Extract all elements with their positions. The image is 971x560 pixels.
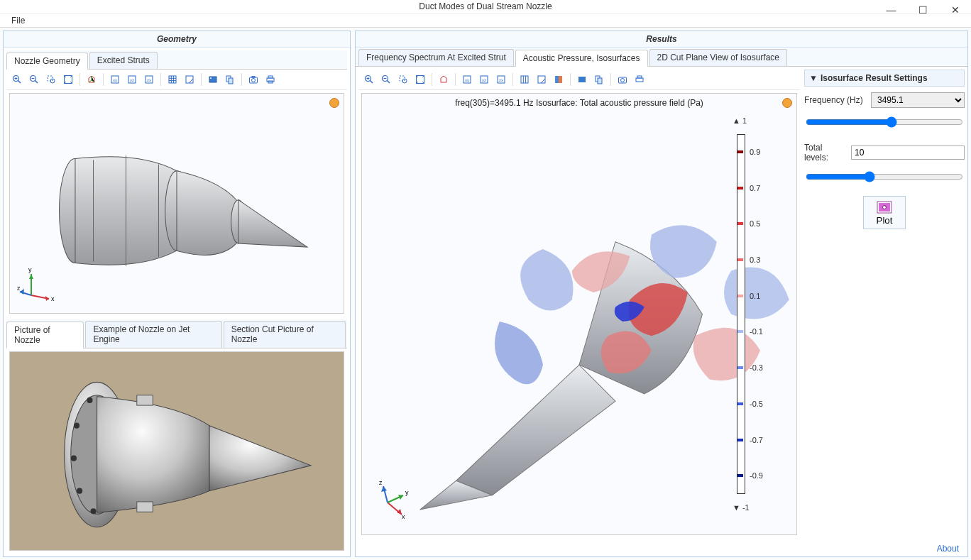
levels-input[interactable] [851,146,965,160]
svg-line-1 [18,80,21,83]
svg-rect-76 [578,77,586,82]
snapshot-icon[interactable] [615,72,630,87]
view-default-icon[interactable] [436,72,451,87]
settings-header[interactable]: ▼ Isosurface Result Settings [804,70,965,87]
svg-rect-82 [637,76,642,78]
tab-excited-struts[interactable]: Excited Struts [89,52,158,69]
footer: About [356,541,967,556]
tab-example-jet[interactable]: Example of Nozzle on Jet Engine [85,321,221,348]
colorbar-tick [737,295,743,297]
colorbar-tick [737,330,743,333]
geometry-panel: Geometry Nozzle Geometry Excited Struts … [3,31,351,557]
svg-rect-7 [48,76,53,81]
view-yz-icon[interactable]: yz [124,72,140,87]
zoom-extents-icon[interactable] [412,72,428,87]
scene-light-icon[interactable] [205,72,221,87]
svg-rect-70 [521,76,528,83]
titlebar: Duct Modes of Dual Stream Nozzle — ☐ ✕ [0,0,971,14]
svg-rect-30 [268,76,273,78]
colorbar-tick [737,187,743,190]
about-link[interactable]: About [937,544,959,554]
snapshot-icon[interactable] [246,72,261,87]
frequency-label: Frequency (Hz) [804,95,868,105]
toggle-transparency-icon[interactable] [534,72,549,87]
menubar: File [0,14,971,28]
picture-subpanel: Picture of Nozzle Example of Nozzle on J… [6,319,347,554]
toggle-grid-icon[interactable] [165,72,180,87]
svg-rect-75 [559,76,562,83]
colorbar-label: -0.7 [750,436,763,444]
tab-nozzle-geometry[interactable]: Nozzle Geometry [6,53,88,70]
close-button[interactable]: ✕ [939,0,971,20]
zoom-box-icon[interactable] [43,72,59,87]
view-zx-icon[interactable]: zx [141,72,157,87]
svg-rect-78 [598,78,602,84]
orthographic-icon[interactable] [551,72,566,87]
colorbar-tick [737,366,743,369]
view-default-icon[interactable] [84,72,99,87]
zoom-out-icon[interactable] [26,72,42,87]
svg-text:yz: yz [482,78,486,82]
maximize-button[interactable]: ☐ [907,0,939,20]
colorbar-tick [737,150,743,153]
settings-column: ▼ Isosurface Result Settings Frequency (… [804,70,965,538]
menu-file[interactable]: File [6,14,31,27]
colorbar-label: -0.1 [750,327,763,336]
main-layout: Geometry Nozzle Geometry Excited Struts … [0,28,971,560]
geometry-header: Geometry [4,31,350,48]
svg-text:z: z [379,479,383,486]
plot-button[interactable]: Plot [863,196,906,229]
toggle-grid-icon[interactable] [517,72,532,87]
svg-rect-16 [169,76,176,83]
geometry-top-subpanel: Nozzle Geometry Excited Struts xy yz zx [6,50,347,317]
viewport-badge-icon [329,98,339,108]
levels-label: Total levels: [804,143,848,163]
svg-point-49 [71,456,77,461]
tab-picture-nozzle[interactable]: Picture of Nozzle [6,322,84,348]
svg-marker-40 [20,289,24,295]
colorbar-tick [737,474,743,477]
colorbar-label: 0.9 [750,148,760,156]
select-icon[interactable] [591,72,607,87]
plot-column: xy yz zx freq(305)=3495.1 Hz [358,70,800,538]
view-xy-icon[interactable]: xy [107,72,123,87]
tab-section-cut[interactable]: Section Cut Picture of Nozzle [224,321,346,348]
frequency-slider[interactable] [806,116,963,128]
toggle-transparency-icon[interactable] [182,72,197,87]
svg-text:y: y [28,266,32,273]
colorbar-tick [737,439,743,441]
view-yz-icon[interactable]: yz [476,72,492,87]
tab-2d-cut-plane[interactable]: 2D Cut Plane View of Isosurface [649,49,788,66]
svg-point-51 [90,508,96,514]
view-xy-icon[interactable]: xy [459,72,475,87]
tab-frequency-spectrum[interactable]: Frequency Spectrum At Excited Strut [358,49,514,66]
zoom-box-icon[interactable] [395,72,411,87]
picture-viewport[interactable] [9,351,344,551]
svg-text:z: z [17,285,21,292]
print-icon[interactable] [632,72,647,87]
geometry-viewport[interactable]: x y z [9,93,344,314]
minimize-button[interactable]: — [875,0,907,20]
geometry-toolbar: xy yz zx [6,70,347,90]
results-tabs: Frequency Spectrum At Excited Strut Acou… [356,48,967,67]
window-controls: — ☐ ✕ [875,0,971,20]
zoom-in-icon[interactable] [9,72,25,87]
levels-slider[interactable] [806,171,963,182]
zoom-in-icon[interactable] [361,72,377,87]
results-viewport[interactable]: freq(305)=3495.1 Hz Isosurface: Total ac… [361,93,797,535]
svg-text:x: x [51,295,55,302]
print-icon[interactable] [263,72,278,87]
scene-light-icon[interactable] [574,72,590,87]
colorbar-label: -0.9 [750,471,763,480]
svg-rect-53 [137,502,153,512]
results-panel: Results Frequency Spectrum At Excited St… [355,31,968,557]
zoom-out-icon[interactable] [378,72,394,87]
svg-text:x: x [402,513,405,520]
select-icon[interactable] [222,72,238,87]
frequency-select[interactable]: 3495.1 [871,92,965,108]
view-zx-icon[interactable]: zx [493,72,509,87]
svg-line-59 [388,80,390,83]
svg-rect-52 [137,395,153,405]
tab-acoustic-pressure[interactable]: Acoustic Pressure, Isosurfaces [515,50,648,67]
zoom-extents-icon[interactable] [60,72,76,87]
